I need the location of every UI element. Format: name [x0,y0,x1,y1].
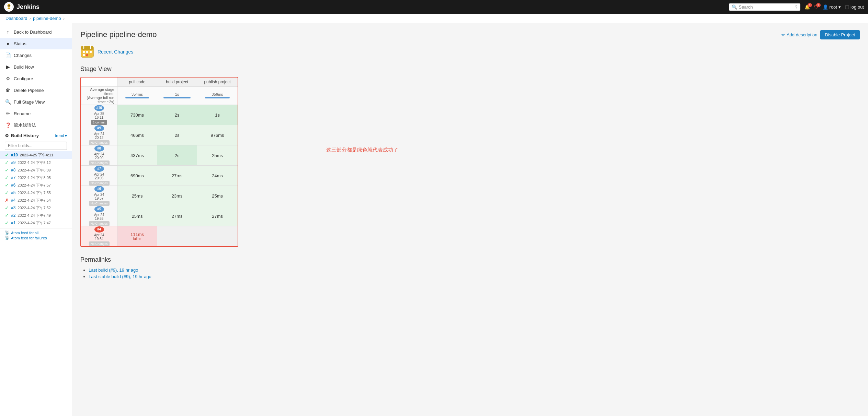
atom-all-label: Atom feed for all [11,231,38,235]
stage-build-7: 27ms [157,166,197,186]
rss-fail-icon: 📡 [5,236,10,240]
build-num-8[interactable]: #8 [11,168,15,173]
jenkins-logo [4,2,14,12]
topnav-left: Jenkins [4,2,39,12]
build-date-10: Apr 25 [81,112,117,116]
build-date-5: Apr 24 [81,213,117,217]
sidebar-item-configure[interactable]: ⚙ Configure [0,73,72,84]
build-info-4: #4 Apr 24 19:54 No Changes [81,226,117,247]
atom-failures-link[interactable]: 📡 Atom feed for failures [5,236,67,240]
breadcrumb: Dashboard › pipeline-demo › [0,14,868,23]
chevron-down-icon: ▾ [838,4,841,10]
svg-point-2 [8,5,9,6]
build-item-7[interactable]: ✓ #7 2022-4-24 下午8:05 [0,174,72,181]
build-num-1[interactable]: #1 [11,221,15,225]
sidebar-item-changes[interactable]: 📄 Changes [0,49,72,61]
build-now-label: Build Now [14,64,34,70]
stage-pull-6: 25ms [117,186,157,206]
question-icon: ❓ [5,122,11,128]
build-num-9[interactable]: #9 [11,160,15,165]
sidebar-item-rename[interactable]: ✏ Rename [0,108,72,119]
build-item-1[interactable]: ✓ #1 2022-4-24 下午7:47 [0,219,72,227]
build-history-header: ⚙ Build History trend ▾ [0,131,72,140]
logout-icon: ⬚ [845,4,849,10]
sidebar-item-delete[interactable]: 🗑 Delete Pipeline [0,84,72,96]
help-icon[interactable]: ? [795,4,797,10]
build-num-7[interactable]: #7 [11,175,15,180]
full-stage-label: Full Stage View [14,99,45,105]
stage-pull-5: 25ms [117,206,157,226]
build-num-3[interactable]: #3 [11,205,15,210]
build-status-ok-icon: ✓ [5,213,9,218]
build-item-2[interactable]: ✓ #2 2022-4-24 下午7:49 [0,212,72,219]
svg-rect-11 [90,51,92,53]
build-item-5[interactable]: ✓ #5 2022-4-24 下午7:55 [0,189,72,197]
table-row-6: #6 Apr 24 19:57 No Changes 25ms 23ms 25m… [81,186,238,206]
build-num-5[interactable]: #5 [11,190,15,195]
atom-all-link[interactable]: 📡 Atom feed for all [5,230,67,235]
sidebar-item-pipeline-syntax[interactable]: ❓ 流水线语法 [0,119,72,131]
build-badge-5: #5 [94,206,104,212]
build-date-5: 2022-4-24 下午7:55 [18,190,51,195]
permalink-link-0[interactable]: Last build (#9), 19 hr ago [89,268,138,273]
page-title: Pipeline pipeline-demo [80,30,157,39]
avg-times-row: Average stage times: (Average full run t… [81,87,238,105]
pencil-edit-icon: ✏ [781,32,785,37]
main-content: Pipeline pipeline-demo ✏ Add description… [72,23,868,416]
stage-publish-4 [197,226,238,247]
table-row-9: #9 Apr 24 20:12 No Changes 466ms 2s 976m… [81,125,238,145]
build-date-9: Apr 24 [81,132,117,136]
build-num-4[interactable]: #4 [11,198,15,203]
atom-links: 📡 Atom feed for all 📡 Atom feed for fail… [0,228,72,242]
build-status-ok-icon: ✓ [5,182,9,188]
build-date-6: 2022-4-24 下午7:57 [18,183,51,188]
build-badge-8: #8 [94,145,104,152]
build-date-2: 2022-4-24 下午7:49 [18,213,51,218]
build-num-6[interactable]: #6 [11,183,15,188]
build-item-6[interactable]: ✓ #6 2022-4-24 下午7:57 [0,181,72,189]
stage-publish-7: 24ms [197,166,238,186]
add-description-button[interactable]: ✏ Add description [781,32,818,37]
build-history-label: Build History [11,133,39,138]
annotation-text: 这三部分都是绿色就代表成功了 [326,147,398,153]
sidebar-item-status[interactable]: ● Status [0,38,72,49]
build-num-10[interactable]: #10 [11,153,18,157]
rename-label: Rename [14,111,31,116]
table-row-4: #4 Apr 24 19:54 No Changes 111ms failed [81,226,238,247]
sidebar: ↑ Back to Dashboard ● Status 📄 Changes ▶… [0,23,72,416]
shield-icon[interactable]: 🛡1 [814,4,819,10]
filter-builds-input[interactable] [5,142,67,150]
disable-project-button[interactable]: Disable Project [820,30,860,39]
recent-changes-link[interactable]: Recent Changes [98,49,133,55]
build-item-8[interactable]: ✓ #8 2022-4-24 下午8:09 [0,166,72,174]
search-box[interactable]: 🔍 ? [729,3,800,11]
sidebar-item-build-now[interactable]: ▶ Build Now [0,61,72,73]
permalink-link-1[interactable]: Last stable build (#9), 19 hr ago [89,274,151,279]
svg-rect-9 [83,51,85,53]
search-icon: 🔍 [732,4,737,10]
build-num-2[interactable]: #2 [11,213,15,218]
table-row-8: #8 Apr 24 20:09 No Changes 437ms 2s 25ms [81,145,238,166]
notifications-bell[interactable]: 🔔1 [804,4,810,10]
build-badge-9: #9 [94,125,104,131]
search-input[interactable] [739,4,793,10]
build-item-3[interactable]: ✓ #3 2022-4-24 下午7:52 [0,204,72,212]
back-label: Back to Dashboard [14,29,52,35]
arrow-up-icon: ↑ [5,29,11,35]
breadcrumb-dashboard[interactable]: Dashboard [5,16,27,21]
no-changes-7: No Changes [89,181,110,186]
changes-icon: 📄 [5,52,11,58]
breadcrumb-pipeline[interactable]: pipeline-demo [33,16,61,21]
logout-button[interactable]: ⬚ log out [845,4,864,10]
sidebar-item-back[interactable]: ↑ Back to Dashboard [0,26,72,38]
user-menu[interactable]: 👤 root ▾ [823,4,841,10]
stage-build-4 [157,226,197,247]
build-item-9[interactable]: ✓ #9 2022-4-24 下午8:12 [0,159,72,166]
build-info-7: #7 Apr 24 20:05 No Changes [81,166,117,186]
build-item-10[interactable]: ✓ #10 2022-4-25 下午4:11 [0,151,72,159]
build-item-4[interactable]: ✗ #4 2022-4-24 下午7:54 [0,197,72,204]
build-date-8: 2022-4-24 下午8:09 [18,168,51,173]
trend-button[interactable]: trend ▾ [55,133,67,138]
build-history-title: ⚙ Build History [5,133,39,138]
sidebar-item-full-stage-view[interactable]: 🔍 Full Stage View [0,96,72,108]
